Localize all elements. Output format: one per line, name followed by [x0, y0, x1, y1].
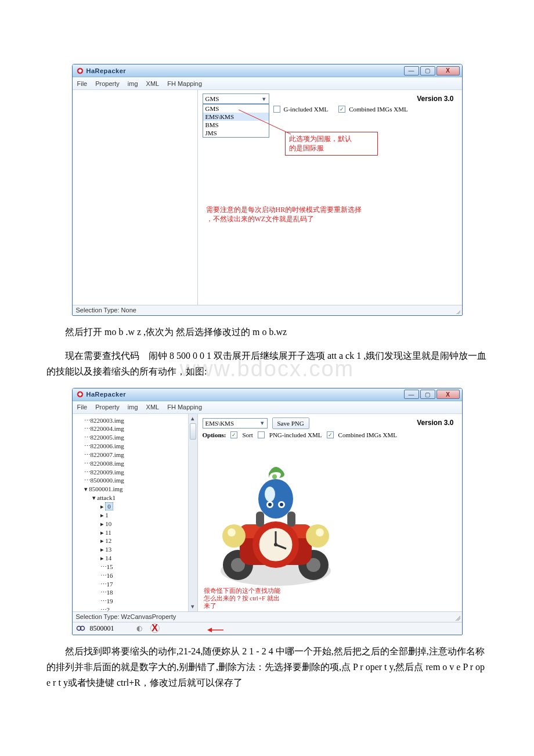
opt-bms[interactable]: BMS — [203, 121, 269, 129]
find-toolbar: 8500001 ◐ X — [73, 622, 462, 635]
close-button[interactable]: X — [436, 390, 460, 399]
region-dropdown[interactable]: GMS EMS\KMS BMS JMS — [203, 104, 269, 138]
menu-fhmapping[interactable]: FH Mapping — [167, 80, 202, 87]
tree-frame[interactable]: ⋯15 — [76, 563, 197, 571]
version-label: Version 3.0 — [417, 95, 453, 103]
tree-item-expanded[interactable]: ▾ 8500001.img — [76, 485, 197, 494]
minimize-button[interactable]: — — [404, 390, 419, 399]
annotation-callout-region: 此选项为国服，默认 的是国际服 — [285, 132, 378, 156]
tree-item[interactable]: ⋯8220009.img — [76, 468, 197, 477]
svg-point-11 — [228, 528, 236, 537]
scroll-down-icon[interactable]: ▾ — [189, 602, 197, 611]
tree-pane-empty — [73, 90, 198, 305]
opt-jms[interactable]: JMS — [203, 129, 269, 137]
opt-emskms[interactable]: EMS\KMS — [203, 113, 269, 121]
svg-point-24 — [268, 503, 272, 506]
close-button[interactable]: X — [436, 66, 460, 75]
search-icon[interactable] — [76, 624, 85, 633]
tree-item[interactable]: ⋯8220008.img — [76, 459, 197, 468]
tree-frame[interactable]: ▸ 13 — [76, 545, 197, 554]
label-combxml: Combined IMGs XML — [338, 431, 397, 438]
app-icon — [76, 390, 84, 398]
tree-item[interactable]: ⋯8220004.img — [76, 424, 197, 433]
scrollbar[interactable]: ▴ ▾ — [188, 414, 197, 611]
scroll-up-icon[interactable]: ▴ — [189, 414, 197, 423]
tree-frame[interactable]: ▸ 14 — [76, 554, 197, 563]
svg-rect-31 — [80, 628, 81, 629]
minimize-button[interactable]: — — [404, 66, 419, 75]
svg-rect-27 — [256, 512, 264, 527]
svg-point-21 — [265, 487, 275, 502]
chevron-down-icon: ▾ — [258, 419, 267, 427]
label-combined: Combined IMGs XML — [349, 106, 407, 113]
menu-property[interactable]: Property — [95, 404, 120, 411]
svg-point-13 — [316, 528, 324, 537]
app-window-1: HaRepacker — ▢ X File Property img XML F… — [72, 64, 463, 316]
app-title: HaRepacker — [86, 391, 127, 398]
tree-item[interactable]: ⋯8500000.img — [76, 476, 197, 485]
maximize-button[interactable]: ▢ — [420, 66, 435, 75]
tree-frame[interactable]: ⋯19 — [76, 597, 197, 606]
svg-marker-33 — [207, 628, 212, 632]
resize-grip-icon[interactable] — [454, 308, 460, 314]
label-pngxml: PNG-included XML — [269, 431, 322, 438]
app-icon — [76, 67, 84, 75]
tree-item[interactable]: ⋯8220005.img — [76, 433, 197, 442]
find-options-icon[interactable]: ◐ — [136, 624, 142, 632]
tree-frame[interactable]: ▸ 10 — [76, 520, 197, 528]
save-png-button[interactable]: Save PNG — [272, 417, 309, 429]
tree-frame[interactable]: ⋯2 — [76, 606, 197, 611]
opt-gms[interactable]: GMS — [203, 105, 269, 113]
tree-item[interactable]: ⋯8220003.img — [76, 416, 197, 425]
titlebar[interactable]: HaRepacker — ▢ X — [73, 388, 462, 401]
menu-property[interactable]: Property — [95, 80, 120, 87]
maximize-button[interactable]: ▢ — [420, 390, 435, 399]
scroll-thumb[interactable] — [190, 423, 196, 440]
region-combo[interactable]: EMS\KMS ▾ — [203, 418, 268, 429]
close-find-button[interactable]: X — [150, 624, 160, 633]
version-label: Version 3.0 — [417, 419, 453, 427]
checkbox-gincluded[interactable] — [273, 106, 280, 113]
menu-file[interactable]: File — [77, 404, 88, 411]
menu-img[interactable]: img — [128, 404, 138, 411]
combo-value: GMS — [205, 95, 219, 102]
tree-frame[interactable]: ▸ 12 — [76, 537, 197, 545]
xml-options: G-included XML ✓ Combined IMGs XML — [273, 106, 408, 113]
find-input[interactable]: 8500001 — [90, 624, 114, 633]
tree-frame[interactable]: ▸ 11 — [76, 528, 197, 537]
tree-frame[interactable]: ▸ 1 — [76, 511, 197, 520]
titlebar[interactable]: HaRepacker — ▢ X — [73, 64, 462, 77]
resize-grip-icon[interactable] — [454, 615, 460, 621]
menu-fhmapping[interactable]: FH Mapping — [167, 404, 202, 411]
svg-point-19 — [274, 543, 277, 546]
menu-img[interactable]: img — [128, 80, 138, 87]
status-text: Selection Type: None — [76, 307, 136, 314]
tree-item-attack[interactable]: ▾ attack1 — [76, 494, 197, 502]
annotation-note-mode: 需要注意的是每次启动HR的时候模式需要重新选择 ，不然读出来的WZ文件就是乱码了 — [203, 203, 394, 226]
sprite-preview — [206, 449, 345, 594]
svg-point-25 — [280, 503, 283, 506]
body-paragraph-2: 现在需要查找代码 闹钟 8 500 0 0 1 双击展开后继续展开子选项 att… — [46, 348, 488, 379]
menu-xml[interactable]: XML — [146, 80, 160, 87]
tree-item[interactable]: ⋯8220007.img — [76, 451, 197, 459]
tree-pane[interactable]: ⋯8220003.img⋯8220004.img⋯8220005.img⋯822… — [73, 414, 198, 611]
status-text: Selection Type: WzCanvasProperty — [76, 613, 176, 620]
label-sort: Sort — [242, 431, 252, 438]
menu-file[interactable]: File — [77, 80, 88, 87]
checkbox-sort[interactable]: ✓ — [230, 431, 237, 438]
menu-xml[interactable]: XML — [146, 404, 160, 411]
tree-frame[interactable]: ⋯16 — [76, 571, 197, 580]
tree-frame[interactable]: ⋯18 — [76, 588, 197, 597]
checkbox-combined[interactable]: ✓ — [338, 106, 345, 113]
checkbox-pngxml[interactable] — [258, 431, 265, 438]
region-combo[interactable]: GMS ▾ — [203, 93, 269, 104]
menubar: File Property img XML FH Mapping — [73, 401, 462, 414]
label-gincluded: G-included XML — [284, 106, 329, 113]
checkbox-combxml[interactable]: ✓ — [327, 431, 334, 438]
tree-item[interactable]: ⋯8220006.img — [76, 442, 197, 451]
tree-frame[interactable]: ⋯17 — [76, 580, 197, 589]
tree-frame[interactable]: ▸ 0 — [76, 502, 197, 511]
content-pane: Version 3.0 EMS\KMS ▾ Save PNG Options: … — [198, 414, 462, 611]
content-pane: Version 3.0 GMS ▾ GMS EMS\KMS BMS JMS G-… — [198, 90, 462, 305]
app-window-2: HaRepacker — ▢ X File Property img XML F… — [72, 388, 463, 635]
